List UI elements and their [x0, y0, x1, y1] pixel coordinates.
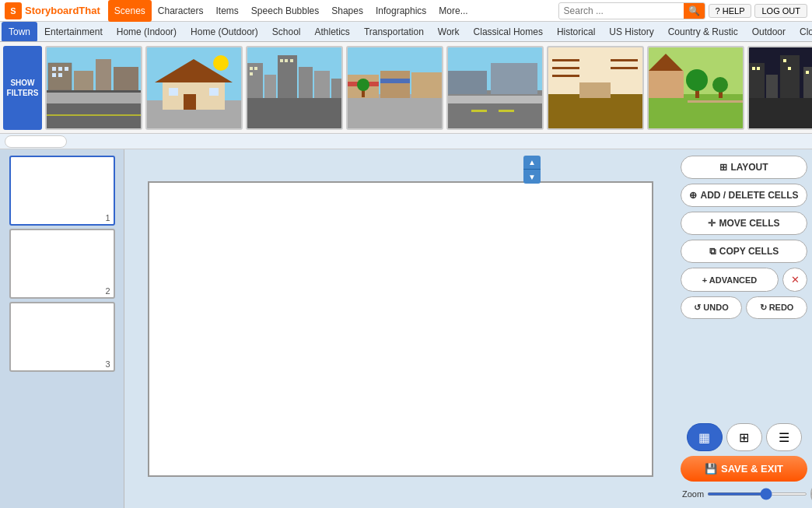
search-button[interactable]: 🔍 — [684, 2, 705, 19]
logo[interactable]: S StoryboardThat — [5, 2, 100, 19]
copy-cells-label: COPY CELLS — [719, 246, 779, 257]
cat-us-history[interactable]: US History — [602, 22, 660, 42]
nav-characters[interactable]: Characters — [152, 0, 210, 22]
page-num-1: 1 — [105, 213, 110, 222]
advanced-button[interactable]: + ADVANCED — [681, 268, 779, 292]
filter-bar — [0, 134, 812, 149]
nav-infographics[interactable]: Infographics — [369, 0, 432, 22]
scene-thumb-6[interactable] — [547, 46, 644, 130]
search-box: 🔍 — [558, 2, 705, 19]
svg-rect-9 — [65, 67, 68, 71]
svg-rect-79 — [752, 67, 755, 70]
cat-transportation[interactable]: Transportation — [357, 22, 431, 42]
undo-label: ↺ UNDO — [694, 303, 728, 313]
svg-rect-73 — [749, 98, 812, 128]
view-grid-1-button[interactable]: ▦ — [687, 423, 723, 451]
cat-athletics[interactable]: Athletics — [308, 22, 357, 42]
cat-work[interactable]: Work — [431, 22, 467, 42]
svg-rect-53 — [499, 110, 514, 112]
svg-point-68 — [686, 69, 708, 91]
nav-more[interactable]: More... — [432, 0, 474, 22]
nav-shapes[interactable]: Shapes — [325, 0, 369, 22]
logout-button[interactable]: LOG OUT — [754, 4, 807, 18]
copy-cells-button[interactable]: ⧉ COPY CELLS — [681, 240, 807, 263]
svg-rect-75 — [766, 75, 778, 98]
page-thumb-1[interactable]: 1 — [9, 156, 115, 226]
cat-home-indoor[interactable]: Home (Indoor) — [110, 22, 184, 42]
show-filters-button[interactable]: SHOW FILTERS — [3, 46, 42, 130]
svg-rect-24 — [247, 98, 341, 128]
svg-rect-32 — [254, 67, 257, 70]
scene-thumb-5[interactable] — [446, 46, 544, 130]
svg-rect-50 — [448, 96, 542, 103]
svg-rect-21 — [209, 88, 219, 96]
svg-rect-83 — [806, 71, 809, 74]
scroll-down-button[interactable]: ▼ — [523, 170, 541, 184]
view-list-button[interactable]: ☰ — [766, 423, 802, 451]
scene-thumb-1[interactable] — [45, 46, 142, 130]
cat-home-outdoor[interactable]: Home (Outdoor) — [184, 22, 265, 42]
svg-rect-40 — [380, 71, 410, 98]
storyboard-canvas[interactable] — [148, 181, 653, 477]
close-icon: ✕ — [791, 274, 800, 286]
page-thumb-2[interactable]: 2 — [9, 229, 115, 299]
filter-input[interactable] — [5, 135, 67, 148]
redo-button[interactable]: ↻ REDO — [746, 296, 807, 319]
svg-rect-56 — [548, 94, 642, 128]
main-area: 1 2 3 ▲ ▼ ⊞ LAYOUT ⊕ ADD / DELETE CELLS … — [0, 149, 812, 508]
cat-entertainment[interactable]: Entertainment — [37, 22, 110, 42]
copy-icon: ⧉ — [709, 246, 716, 257]
cat-historical[interactable]: Historical — [550, 22, 602, 42]
svg-rect-60 — [611, 59, 638, 61]
svg-rect-48 — [448, 71, 487, 94]
svg-rect-20 — [169, 88, 178, 96]
layout-button[interactable]: ⊞ LAYOUT — [681, 156, 807, 179]
cat-close-ups[interactable]: Close Ups — [793, 22, 812, 42]
svg-rect-30 — [331, 79, 341, 98]
add-delete-icon: ⊕ — [689, 190, 697, 201]
close-button[interactable]: ✕ — [782, 268, 807, 292]
cat-country-rustic[interactable]: Country & Rustic — [661, 22, 745, 42]
help-button[interactable]: ? HELP — [709, 4, 752, 18]
nav-speech-bubbles[interactable]: Speech Bubbles — [245, 0, 325, 22]
page-thumb-3[interactable]: 3 — [9, 302, 115, 372]
svg-rect-76 — [780, 55, 800, 98]
cat-school[interactable]: School — [265, 22, 308, 42]
cat-outdoor[interactable]: Outdoor — [745, 22, 793, 42]
save-exit-button[interactable]: 💾 SAVE & EXIT — [681, 456, 807, 482]
move-cells-button[interactable]: ✛ MOVE CELLS — [681, 212, 807, 235]
scene-thumb-2[interactable] — [145, 46, 243, 130]
svg-rect-11 — [58, 73, 62, 77]
zoom-slider[interactable] — [707, 492, 807, 496]
svg-rect-33 — [250, 72, 253, 75]
scene-thumb-8[interactable] — [747, 46, 812, 130]
svg-point-22 — [213, 55, 229, 71]
view-buttons: ▦ ⊞ ☰ — [681, 423, 807, 451]
nav-scenes[interactable]: Scenes — [108, 0, 152, 22]
cat-town[interactable]: Town — [2, 22, 37, 42]
nav-items[interactable]: Items — [210, 0, 245, 22]
move-icon: ✛ — [708, 218, 716, 229]
svg-rect-65 — [649, 71, 684, 98]
scene-thumb-3[interactable] — [246, 46, 343, 130]
svg-rect-52 — [471, 110, 487, 112]
svg-rect-58 — [552, 67, 579, 69]
scroll-up-button[interactable]: ▲ — [523, 156, 541, 170]
svg-rect-13 — [47, 114, 141, 116]
view-grid-2-button[interactable]: ⊞ — [726, 423, 762, 451]
undo-button[interactable]: ↺ UNDO — [681, 296, 742, 319]
up-down-buttons: ▲ ▼ — [523, 156, 541, 184]
scene-thumb-4[interactable] — [346, 46, 443, 130]
svg-point-70 — [712, 77, 728, 93]
cat-classical-homes[interactable]: Classical Homes — [467, 22, 550, 42]
add-delete-button[interactable]: ⊕ ADD / DELETE CELLS — [681, 184, 807, 207]
pages-panel: 1 2 3 — [0, 149, 124, 508]
layout-label: LAYOUT — [730, 162, 768, 173]
category-nav: Town Entertainment Home (Indoor) Home (O… — [0, 22, 812, 42]
svg-rect-80 — [757, 67, 760, 70]
advanced-label: + ADVANCED — [702, 275, 758, 285]
svg-rect-5 — [96, 59, 111, 90]
search-input[interactable] — [559, 4, 684, 18]
svg-rect-31 — [250, 67, 253, 70]
scene-thumb-7[interactable] — [647, 46, 744, 130]
